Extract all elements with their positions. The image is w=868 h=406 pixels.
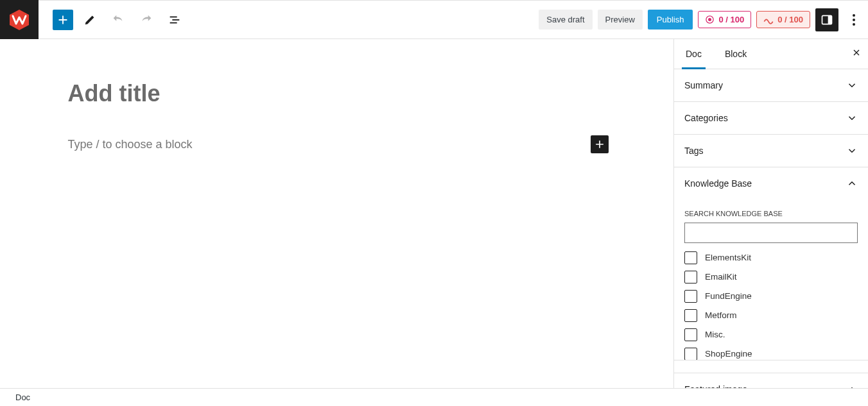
undo-button[interactable] [107,8,130,31]
checkbox[interactable] [684,290,697,303]
editor-canvas[interactable]: Add title Type / to choose a block [0,39,673,388]
publish-button[interactable]: Publish [648,10,693,30]
outline-icon [168,13,182,27]
kb-item-label: ShopEngine [705,349,752,359]
breadcrumb[interactable]: Doc [15,393,30,402]
checkbox[interactable] [684,271,697,283]
tab-block[interactable]: Block [713,39,758,69]
kebab-icon [853,14,855,26]
checkbox[interactable] [684,328,697,341]
inline-add-block-button[interactable] [591,135,609,153]
svg-rect-1 [170,16,177,17]
kb-list[interactable]: ElementsKit EmailKit FundEngine Metform … [674,248,868,360]
svg-point-5 [708,18,711,21]
kb-item-label: EmailKit [705,272,737,282]
svg-point-8 [853,14,855,17]
kb-item[interactable]: ShopEngine [684,344,858,360]
status-bar: Doc [0,388,868,406]
tab-doc[interactable]: Doc [674,39,713,69]
kb-item[interactable]: EmailKit [684,267,858,287]
chevron-down-icon [846,112,858,124]
sidebar-tabs: Doc Block [674,39,868,69]
plus-icon [56,13,70,27]
plus-icon [593,138,606,151]
panel-label: Tags [684,146,704,156]
pencil-icon [83,13,97,27]
panel-label: Summary [684,80,723,90]
toolbar-left-group [39,8,186,31]
kb-item[interactable]: ElementsKit [684,248,858,267]
preview-button[interactable]: Preview [598,10,643,30]
chevron-down-icon [846,145,858,156]
chevron-up-icon [846,178,858,189]
svg-marker-0 [10,10,29,30]
panel-knowledge-base: Knowledge Base SEARCH KNOWLEDGE BASE Ele… [674,167,868,360]
app-logo[interactable] [0,0,39,39]
panel-toggle-categories[interactable]: Categories [674,102,868,134]
redo-button[interactable] [135,8,158,31]
redo-icon [139,13,153,27]
block-placeholder-text[interactable]: Type / to choose a block [68,138,193,151]
add-block-button[interactable] [53,10,73,30]
settings-sidebar-toggle[interactable] [815,8,838,31]
seo-score-value: 0 / 100 [718,15,744,24]
panel-toggle-tags[interactable]: Tags [674,135,868,167]
checkbox[interactable] [684,309,697,322]
checkbox[interactable] [684,348,697,360]
readability-score-badge[interactable]: 0 / 100 [756,11,810,28]
chevron-down-icon [846,80,858,91]
kb-search-label: SEARCH KNOWLEDGE BASE [684,210,858,217]
panel-toggle-summary[interactable]: Summary [674,69,868,101]
sidebar-icon [820,13,833,26]
svg-point-9 [853,19,855,21]
wave-icon [763,15,774,24]
save-draft-button[interactable]: Save draft [539,10,592,30]
seo-score-badge[interactable]: 0 / 100 [698,11,751,28]
panel-categories: Categories [674,102,868,135]
logo-hex-icon [8,8,31,31]
settings-sidebar: Doc Block Summary Categories Tags Knowle… [673,39,868,406]
close-sidebar-button[interactable] [851,47,862,60]
top-toolbar: Save draft Preview Publish 0 / 100 0 / 1… [0,0,868,39]
svg-point-10 [853,23,855,26]
panel-tags: Tags [674,135,868,167]
panel-summary: Summary [674,69,868,102]
edit-mode-button[interactable] [78,8,101,31]
post-title-input[interactable]: Add title [68,80,609,107]
target-icon [705,15,715,24]
checkbox[interactable] [684,251,697,264]
kb-search-input[interactable] [684,223,858,243]
kb-item-label: Metform [705,310,737,320]
kb-item[interactable]: Metform [684,306,858,325]
toolbar-right-group: Save draft Preview Publish 0 / 100 0 / 1… [539,4,868,35]
document-overview-button[interactable] [163,8,186,31]
kb-item-label: FundEngine [705,291,752,301]
close-icon [851,47,862,58]
kb-item-label: Misc. [705,330,725,339]
undo-icon [111,13,125,27]
svg-rect-3 [170,22,177,23]
readability-score-value: 0 / 100 [777,15,803,24]
panel-toggle-knowledge-base[interactable]: Knowledge Base [674,167,868,199]
svg-rect-7 [828,15,832,24]
panel-label: Knowledge Base [684,178,752,189]
panel-label: Categories [684,113,728,123]
svg-rect-2 [172,19,179,21]
kb-item-label: ElementsKit [705,253,751,262]
kb-item[interactable]: FundEngine [684,287,858,306]
kb-item[interactable]: Misc. [684,325,858,344]
more-options-button[interactable] [844,4,864,35]
